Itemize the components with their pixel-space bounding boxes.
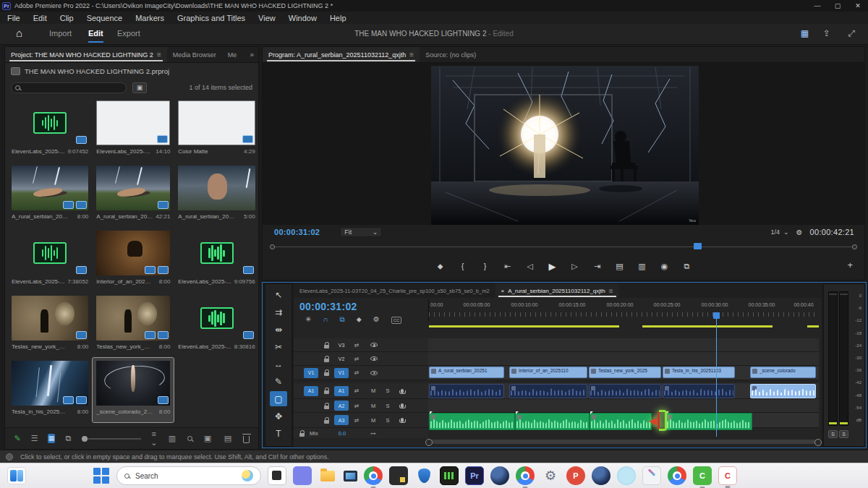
sync-lock-icon[interactable]: ⇄ [349,369,365,376]
filter-bin-button[interactable]: ▣ [132,82,147,93]
program-playhead[interactable] [694,243,702,249]
menu-edit[interactable]: Edit [33,14,47,22]
premiere-pro-icon[interactable]: Pr [465,466,484,485]
music-clip[interactable] [429,413,515,430]
program-scrubber[interactable] [263,241,864,252]
lift-button[interactable]: ▤ [614,262,626,271]
track-header-v2[interactable]: V2 ⇄ [294,352,428,366]
go-to-out-button[interactable]: ⇥ [592,262,603,271]
playback-resolution-dropdown[interactable]: 1/4 ⌄ [771,228,789,236]
maximize-button[interactable]: ▢ [827,2,848,9]
project-writable-icon[interactable]: ✎ [14,434,21,443]
task-view-icon[interactable] [268,466,286,485]
solo-button[interactable]: S [382,388,393,394]
project-item[interactable]: Tesla_in_his_2025110...8:00 [8,358,92,422]
search-box[interactable] [11,82,127,93]
menu-file[interactable]: File [7,14,20,22]
project-item[interactable]: ElevenLabs_2025-...9:09756 [174,228,255,292]
new-item-button[interactable]: ▤ [223,434,233,443]
track-lane-a2[interactable] [428,399,819,413]
lock-icon[interactable] [318,388,334,394]
widgets-icon[interactable] [7,467,26,484]
program-timecode[interactable]: 00:00:31:02 [274,228,320,236]
selection-tool[interactable]: ↖ [270,287,287,302]
search-input[interactable] [23,84,110,91]
project-item[interactable]: A_rural_serbian_2025...8:00 [8,163,92,227]
project-item[interactable]: ElevenLabs_2025-11-...14:10 [93,98,174,162]
list-view-button[interactable]: ☰ [30,434,38,443]
audio-clip[interactable] [509,384,587,398]
automate-to-sequence-button[interactable]: ▥ [167,434,177,443]
timeline-settings-wrench-icon[interactable]: ⚙ [373,315,380,324]
menu-view[interactable]: View [258,14,276,22]
music-clip[interactable] [665,413,752,430]
tab-overflow-icon[interactable]: » [250,51,258,59]
minimize-button[interactable]: — [807,2,827,9]
track-lane-v2[interactable] [428,352,819,366]
track-lane-a3[interactable] [428,413,819,428]
toggle-track-output-icon[interactable] [370,371,378,375]
hand-tool[interactable]: ✥ [270,408,287,424]
menu-help[interactable]: Help [330,14,346,22]
tab-media-browser[interactable]: Media Browser [167,47,222,62]
nest-toggle-icon[interactable]: ✳ [305,315,311,324]
keyframe-icon[interactable]: ⊶ [370,430,376,437]
rectangle-tool[interactable]: ▢ [270,391,287,406]
find-icon[interactable] [187,436,192,441]
camtasia-icon[interactable]: C [693,466,712,485]
track-header-v3[interactable]: V3 ⇄ [294,338,428,352]
tab-import[interactable]: Import [49,29,72,38]
close-icon[interactable]: × [501,288,505,294]
track-header-mix[interactable]: Mix 0.0 ⊶ [294,428,428,438]
menu-clip[interactable]: Clip [60,14,74,22]
track-header-a2[interactable]: A2 ⇄ M S [294,399,428,413]
audio-clip[interactable] [429,384,504,398]
step-back-button[interactable]: ◁ [524,262,536,271]
timeline-playhead[interactable] [716,317,717,437]
sync-lock-icon[interactable]: ⇄ [349,403,365,409]
project-item[interactable]: Teslas_new_york_202...8:00 [8,293,92,357]
tab-edit[interactable]: Edit [88,29,103,38]
zoom-level-dropdown[interactable]: Fit ⌄ [340,227,382,237]
project-item[interactable]: A_rural_serbian_2025...5:00 [174,163,255,227]
chrome-profile-icon-2[interactable] [668,466,686,485]
mark-in-button[interactable]: { [457,262,469,270]
lock-icon[interactable] [318,369,334,376]
project-bin-row[interactable]: THE MAN WHO HACKED LIGHTNING 2.prproj [5,63,258,79]
project-item[interactable]: Color Matte4:29 [174,98,255,162]
add-marker-icon[interactable]: ⬥ [357,315,362,324]
sort-icons-button[interactable]: ≡ ⌄ [150,429,158,448]
sync-lock-icon[interactable]: ⇄ [349,356,365,362]
razor-tool[interactable]: ✂ [270,339,287,354]
teams-chat-icon[interactable] [293,466,312,485]
track-select-forward-tool[interactable]: ⇉ [270,304,287,320]
audio-clip[interactable] [663,384,735,398]
project-item[interactable]: A_rural_serbian_202...42:21 [93,163,174,227]
mute-button[interactable]: M [367,403,379,409]
source-patch-a1[interactable]: A1 [304,386,318,396]
comparison-view-button[interactable]: ⧉ [681,262,693,271]
dark-app-icon[interactable] [389,466,408,485]
lock-icon[interactable] [318,417,334,424]
menu-window[interactable]: Window [289,14,317,22]
go-to-in-button[interactable]: ⇤ [502,262,514,271]
patreon-icon[interactable]: P [566,466,585,485]
video-clip[interactable]: Teslas_new_york_2025 [589,367,661,378]
sync-lock-icon[interactable]: ⇄ [349,342,365,348]
menu-markers[interactable]: Markers [135,14,164,22]
ripple-edit-tool[interactable]: ⇹ [270,322,287,337]
taskbar-search[interactable]: Search [116,466,261,485]
pen-tool[interactable]: ✎ [270,374,287,389]
delete-icon[interactable] [243,436,250,443]
fullscreen-icon[interactable]: ⤢ [848,28,855,38]
system-app-icon[interactable] [344,471,357,481]
project-item[interactable]: ElevenLabs_2025-...8:30816 [174,293,255,357]
toggle-track-output-icon[interactable] [370,343,378,347]
thumbnail-zoom-slider[interactable] [82,438,141,440]
magic-wand-icon[interactable] [642,466,661,485]
voiceover-record-icon[interactable] [401,418,404,422]
panel-menu-icon[interactable]: ≡ [157,51,161,59]
track-header-v1[interactable]: V1 V1 ⇄ [294,366,428,380]
start-button[interactable] [93,467,110,484]
windows-security-icon[interactable] [414,466,433,485]
